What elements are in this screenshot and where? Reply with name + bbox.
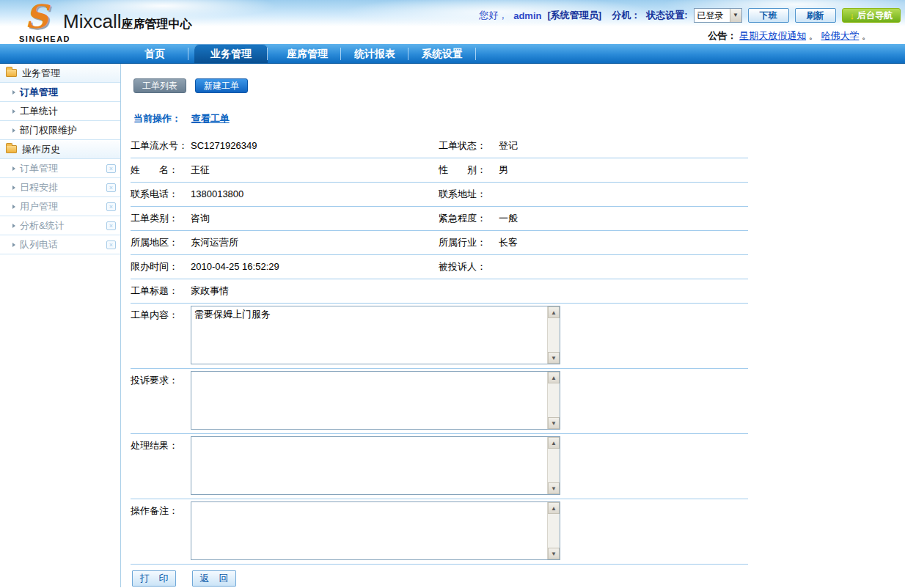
scroll-up-icon[interactable]: ▲ bbox=[548, 372, 560, 383]
sidebar-item-label: 用户管理 bbox=[20, 200, 58, 213]
arrow-right-icon bbox=[12, 224, 15, 228]
singhead-logo-icon: S bbox=[25, 0, 48, 34]
field-value-phone: 1380013800 bbox=[191, 183, 439, 206]
result-textarea-box: ▲ ▼ bbox=[191, 436, 560, 495]
field-label-region: 所属地区： bbox=[131, 231, 191, 254]
status-select[interactable]: 已登录 ▼ bbox=[694, 8, 742, 23]
sidebar-item-workorder-stats[interactable]: 工单统计 bbox=[0, 102, 120, 121]
nav-tab-settings[interactable]: 系统设置 bbox=[408, 44, 476, 63]
sidebar-group-label: 业务管理 bbox=[22, 67, 60, 80]
field-label-status: 工单状态： bbox=[439, 134, 499, 158]
user-bar: 您好， admin [系统管理员] 分机： 状态设置: 已登录 ▼ 下班 刷新 … bbox=[479, 8, 901, 23]
complaint-request-textarea-box: ▲ ▼ bbox=[191, 371, 560, 430]
field-value-address bbox=[499, 183, 748, 206]
print-button[interactable]: 打 印 bbox=[132, 570, 176, 587]
field-value-region: 东河运营所 bbox=[191, 231, 439, 254]
scroll-down-icon[interactable]: ▼ bbox=[548, 548, 560, 559]
field-label-address: 联系地址： bbox=[439, 183, 499, 206]
back-button[interactable]: 返 回 bbox=[192, 570, 236, 587]
field-label-category: 工单类别： bbox=[131, 207, 191, 230]
workorder-form: 工单流水号： SC1271926349 工单状态： 登记 姓 名： 王征 性 别… bbox=[131, 134, 748, 587]
field-label-remarks: 操作备注： bbox=[131, 501, 191, 560]
popup-window-icon[interactable]: × bbox=[106, 202, 116, 211]
sidebar-item-label: 日程安排 bbox=[20, 181, 58, 194]
scrollbar[interactable]: ▲ ▼ bbox=[547, 502, 560, 559]
field-value-deadline: 2010-04-25 16:52:29 bbox=[191, 255, 439, 279]
chevron-down-icon: ▼ bbox=[730, 9, 741, 22]
processing-result-textarea[interactable] bbox=[191, 437, 547, 494]
notice-separator: 。 bbox=[809, 30, 818, 41]
workorder-content-textarea[interactable]: 需要保姆上门服务 bbox=[191, 306, 547, 364]
sidebar-item-queue-calls[interactable]: 队列电话 × bbox=[0, 235, 120, 254]
form-row-region-industry: 所属地区： 东河运营所 所属行业： 长客 bbox=[131, 231, 748, 255]
sidebar-item-order-mgmt[interactable]: 订单管理 bbox=[0, 83, 120, 102]
username: admin bbox=[513, 10, 541, 21]
popup-window-icon[interactable]: × bbox=[106, 221, 116, 230]
main-content: 工单列表 新建工单 当前操作： 查看工单 工单流水号： SC1271926349… bbox=[121, 64, 905, 587]
field-label-serial: 工单流水号： bbox=[131, 134, 191, 158]
popup-window-icon[interactable]: × bbox=[106, 240, 116, 249]
sidebar-item-label: 队列电话 bbox=[20, 238, 58, 251]
arrow-right-icon bbox=[12, 90, 15, 95]
notice-link-harvard[interactable]: 哈佛大学 bbox=[821, 30, 859, 41]
offwork-button[interactable]: 下班 bbox=[748, 8, 789, 23]
form-row-category-urgency: 工单类别： 咨询 紧急程度： 一般 bbox=[131, 207, 748, 231]
sidebar-item-analysis-stats[interactable]: 分析&统计 × bbox=[0, 216, 120, 235]
scroll-up-icon[interactable]: ▲ bbox=[548, 502, 560, 514]
field-value-complainee bbox=[499, 255, 748, 279]
folder-icon bbox=[6, 145, 17, 153]
scrollbar[interactable]: ▲ ▼ bbox=[547, 306, 560, 364]
scroll-down-icon[interactable]: ▼ bbox=[548, 352, 560, 364]
scroll-down-icon[interactable]: ▼ bbox=[548, 482, 560, 494]
sidebar-group-business[interactable]: 业务管理 bbox=[0, 64, 120, 83]
form-actions: 打 印 返 回 bbox=[131, 570, 748, 587]
form-row-content: 工单内容： 需要保姆上门服务 ▲ ▼ bbox=[131, 304, 748, 369]
form-row-title: 工单标题： 家政事情 bbox=[131, 279, 748, 304]
refresh-button[interactable]: 刷新 bbox=[795, 8, 836, 23]
content-textarea-box: 需要保姆上门服务 ▲ ▼ bbox=[191, 306, 560, 364]
scrollbar[interactable]: ▲ ▼ bbox=[547, 372, 560, 429]
app-header: S SINGHEAD Mixcall座席管理中心 您好， admin [系统管理… bbox=[0, 0, 905, 44]
backend-nav-label: 后台导航 bbox=[857, 10, 893, 22]
field-label-content: 工单内容： bbox=[131, 306, 191, 364]
sidebar-item-dept-permissions[interactable]: 部门权限维护 bbox=[0, 121, 120, 140]
popup-window-icon[interactable]: × bbox=[106, 183, 116, 192]
status-select-value: 已登录 bbox=[697, 10, 724, 22]
sidebar-item-schedule[interactable]: 日程安排 × bbox=[0, 178, 120, 197]
field-label-deadline: 限办时间： bbox=[131, 255, 191, 279]
scroll-up-icon[interactable]: ▲ bbox=[548, 437, 560, 449]
scroll-down-icon[interactable]: ▼ bbox=[548, 417, 560, 429]
greeting-text: 您好， bbox=[479, 9, 508, 22]
field-label-name: 姓 名： bbox=[131, 158, 191, 182]
field-label-gender: 性 别： bbox=[439, 158, 499, 182]
notice-label: 公告： bbox=[708, 30, 737, 41]
sidebar-group-history[interactable]: 操作历史 bbox=[0, 140, 120, 159]
workorder-list-button[interactable]: 工单列表 bbox=[133, 78, 186, 93]
remarks-textarea-box: ▲ ▼ bbox=[191, 501, 560, 560]
field-value-name: 王征 bbox=[191, 158, 439, 182]
sidebar-item-user-mgmt[interactable]: 用户管理 × bbox=[0, 197, 120, 216]
folder-icon bbox=[6, 69, 17, 77]
sidebar-item-order-mgmt-history[interactable]: 订单管理 × bbox=[0, 159, 120, 178]
notice-link-holiday[interactable]: 星期天放假通知 bbox=[739, 30, 806, 41]
operation-remarks-textarea[interactable] bbox=[191, 502, 547, 559]
arrow-right-icon bbox=[12, 185, 15, 190]
new-workorder-button[interactable]: 新建工单 bbox=[195, 78, 248, 93]
arrow-right-icon bbox=[12, 205, 15, 209]
nav-tab-home[interactable]: 首页 bbox=[121, 44, 188, 63]
notice-bar: 公告： 星期天放假通知 。 哈佛大学 。 bbox=[708, 29, 872, 43]
down-arrow-icon: ↓ bbox=[850, 10, 855, 21]
nav-tab-business[interactable]: 业务管理 bbox=[194, 44, 268, 63]
complaint-request-textarea[interactable] bbox=[191, 372, 547, 429]
toolbar: 工单列表 新建工单 bbox=[133, 78, 905, 93]
app-title-mixcall: Mixcall bbox=[63, 10, 121, 32]
field-value-serial: SC1271926349 bbox=[191, 134, 439, 158]
nav-tab-seats[interactable]: 座席管理 bbox=[274, 44, 341, 63]
scrollbar[interactable]: ▲ ▼ bbox=[547, 437, 560, 494]
backend-nav-button[interactable]: ↓ 后台导航 bbox=[842, 8, 901, 23]
scroll-up-icon[interactable]: ▲ bbox=[548, 306, 560, 318]
popup-window-icon[interactable]: × bbox=[106, 164, 116, 173]
form-row-serial-status: 工单流水号： SC1271926349 工单状态： 登记 bbox=[131, 134, 748, 158]
field-label-title: 工单标题： bbox=[131, 279, 191, 303]
nav-tab-reports[interactable]: 统计报表 bbox=[341, 44, 408, 63]
